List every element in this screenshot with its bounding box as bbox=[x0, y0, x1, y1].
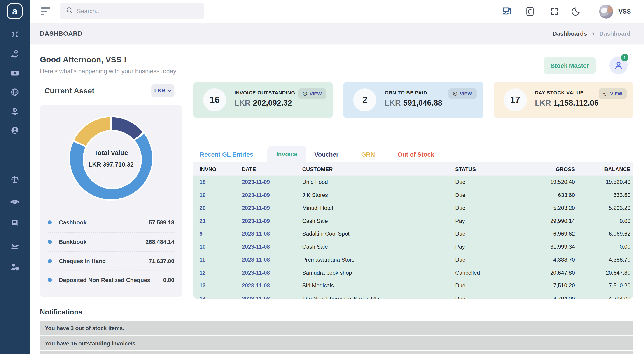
fullscreen-icon[interactable] bbox=[550, 7, 559, 16]
asset-legend: Cashbook 57,589.18 Bankbook 268,484.14 C… bbox=[48, 213, 174, 289]
col-gross: GROSS bbox=[517, 162, 575, 175]
breadcrumb-bar: DASHBOARD Dashboards › Dashboard bbox=[30, 23, 644, 44]
legend-item[interactable]: Cashbook 57,589.18 bbox=[48, 213, 174, 232]
avatar-photo bbox=[601, 8, 607, 13]
tab-out-of-stock[interactable]: Out of Stock bbox=[398, 151, 434, 158]
table-row[interactable]: 122023-11-08 Samudra book shopCancelled … bbox=[193, 266, 634, 279]
table-tabs: Recent GL Entries Invoice Voucher GRN Ou… bbox=[193, 146, 449, 162]
greeting-subtitle: Here's what's happening with your busine… bbox=[40, 67, 178, 74]
breadcrumb: Dashboards › Dashboard bbox=[552, 30, 630, 37]
sidebar-item-globe-icon[interactable] bbox=[10, 87, 20, 97]
chevron-down-icon bbox=[167, 89, 172, 92]
col-invno: INVNO bbox=[193, 162, 242, 175]
eye-icon: ◎ bbox=[453, 91, 458, 96]
table-row[interactable]: 202023-11-09 Minudi HotelDue 5,203.205,2… bbox=[193, 202, 634, 214]
table-row[interactable]: 182023-11-09 Uniq FoodDue 19,520.4019,52… bbox=[193, 176, 634, 189]
sidebar-item-handshake-icon[interactable] bbox=[10, 197, 20, 206]
view-button[interactable]: ◎ VIEW bbox=[298, 88, 326, 99]
pos-terminal-icon[interactable] bbox=[502, 6, 513, 17]
table-row[interactable]: 132023-11-08 Siri MedicalsDue 7,510.207,… bbox=[193, 279, 634, 292]
tab-grn[interactable]: GRN bbox=[361, 151, 375, 158]
stat-cards-row: 16 INVOICE OUTSTANDING LKR202,092.32 ◎ V… bbox=[193, 82, 634, 118]
page-title: DASHBOARD bbox=[40, 30, 82, 37]
col-customer: CUSTOMER bbox=[302, 162, 455, 175]
sidebar: a bbox=[0, 0, 30, 354]
sidebar-item-hands-receiving-icon[interactable] bbox=[10, 31, 20, 40]
notification-item-partial[interactable] bbox=[40, 351, 634, 354]
sidebar-item-plane-takeoff-icon[interactable] bbox=[10, 241, 20, 250]
eye-icon: ◎ bbox=[603, 91, 608, 96]
notifications-title: Notifications bbox=[40, 308, 82, 316]
stat-card-invoice-outstanding: 16 INVOICE OUTSTANDING LKR202,092.32 ◎ V… bbox=[193, 82, 333, 118]
asset-donut: Total value LKR 397,710.32 bbox=[69, 116, 153, 201]
menu-toggle-button[interactable] bbox=[41, 8, 51, 16]
legend-item[interactable]: Bankbook 268,484.14 bbox=[48, 232, 174, 251]
sidebar-item-user-shield-icon[interactable] bbox=[10, 262, 20, 271]
notification-item[interactable]: You have 3 out of stock items. bbox=[40, 321, 634, 335]
app-logo[interactable]: a bbox=[7, 4, 22, 19]
table-row[interactable]: 92023-11-08 Sadakini Cool SpotDue 6,969.… bbox=[193, 227, 634, 240]
donut-total-label: Total value bbox=[94, 149, 128, 156]
table-row[interactable]: 192023-11-09 J.K StoresDue 633.60633.60 bbox=[193, 189, 634, 202]
stat-value: LKR1,158,112.06 bbox=[535, 99, 598, 108]
col-date: DATE bbox=[242, 162, 302, 175]
search-box[interactable] bbox=[60, 3, 204, 20]
view-button[interactable]: ◎ VIEW bbox=[598, 88, 626, 99]
tab-recent-gl-entries[interactable]: Recent GL Entries bbox=[200, 151, 253, 158]
stat-label: DAY STOCK VALUE bbox=[535, 90, 584, 96]
stat-value: LKR202,092.32 bbox=[234, 99, 292, 108]
sidebar-item-scales-icon[interactable] bbox=[10, 175, 20, 184]
table-row[interactable]: 142023-11-08 The New Pharmacy, Kandy RDD… bbox=[193, 292, 634, 299]
dashboard-app: a bbox=[0, 0, 644, 354]
stat-count: 16 bbox=[203, 88, 226, 111]
notification-count-badge: 1 bbox=[621, 54, 628, 61]
search-icon bbox=[66, 7, 73, 16]
donut-total-value: LKR 397,710.32 bbox=[88, 160, 134, 167]
sidebar-item-ledger-book-icon[interactable] bbox=[10, 219, 20, 228]
stat-card-day-stock-value: 17 DAY STOCK VALUE LKR1,158,112.06 ◎ VIE… bbox=[494, 82, 634, 118]
sidebar-item-hand-dollar-icon[interactable] bbox=[10, 49, 20, 58]
person-icon bbox=[614, 60, 624, 70]
donut-center-text: Total value LKR 397,710.32 bbox=[70, 117, 152, 199]
current-asset-title: Current Asset bbox=[44, 86, 94, 95]
greeting-title: Good Afternoon, VSS ! bbox=[40, 55, 126, 65]
sidebar-item-banknote-icon[interactable] bbox=[10, 69, 20, 78]
stat-card-grn-to-be-paid: 2 GRN TO BE PAID LKR591,046.88 ◎ VIEW bbox=[344, 82, 483, 118]
table-row[interactable]: 212023-11-09 Cash SalePay 29,990.140.00 bbox=[193, 215, 634, 227]
username-label[interactable]: VSS bbox=[618, 8, 631, 15]
table-row[interactable]: 112023-11-08 Premawardana StorsDue 4,388… bbox=[193, 253, 634, 266]
tab-voucher[interactable]: Voucher bbox=[314, 151, 338, 158]
legend-item[interactable]: Cheques In Hand 71,637.00 bbox=[48, 251, 174, 270]
sidebar-item-user-icon[interactable] bbox=[10, 126, 20, 135]
stat-count: 2 bbox=[354, 88, 376, 111]
stat-label: GRN TO BE PAID bbox=[384, 90, 427, 96]
user-avatar[interactable] bbox=[599, 4, 613, 18]
table-row[interactable]: 102023-11-08 Cash SalePay 31,999.340.00 bbox=[193, 240, 634, 253]
search-input[interactable] bbox=[77, 8, 192, 15]
legend-dot bbox=[48, 259, 52, 263]
stock-master-button[interactable]: Stock Master bbox=[544, 57, 596, 74]
document-refresh-icon[interactable] bbox=[525, 6, 535, 16]
breadcrumb-parent[interactable]: Dashboards bbox=[552, 30, 587, 37]
sidebar-item-coin-deposit-icon[interactable] bbox=[10, 107, 20, 116]
legend-dot bbox=[48, 240, 52, 244]
breadcrumb-separator-icon: › bbox=[592, 30, 594, 37]
view-button[interactable]: ◎ VIEW bbox=[448, 88, 476, 99]
topbar: VSS bbox=[30, 0, 644, 23]
legend-item[interactable]: Deposited Non Realized Cheques 0.00 bbox=[48, 270, 174, 290]
eye-icon: ◎ bbox=[302, 91, 307, 96]
notification-item[interactable]: You have 16 outstanding invoice/s. bbox=[40, 336, 634, 350]
stat-count: 17 bbox=[504, 88, 526, 111]
dark-mode-moon-icon[interactable] bbox=[571, 6, 581, 16]
table-header-row: INVNO DATE CUSTOMER STATUS GROSS BALANCE bbox=[193, 162, 634, 175]
current-asset-card: Total value LKR 397,710.32 Cashbook 57,5… bbox=[40, 105, 182, 297]
currency-selector[interactable]: LKR bbox=[151, 84, 174, 97]
legend-dot bbox=[48, 278, 52, 282]
col-status: STATUS bbox=[455, 162, 517, 175]
tab-invoice[interactable]: Invoice bbox=[267, 146, 306, 162]
breadcrumb-current: Dashboard bbox=[599, 30, 630, 37]
col-balance: BALANCE bbox=[575, 162, 634, 175]
legend-dot bbox=[48, 220, 52, 225]
user-quick-button[interactable]: 1 bbox=[610, 56, 628, 74]
stat-value: LKR591,046.88 bbox=[384, 99, 442, 108]
